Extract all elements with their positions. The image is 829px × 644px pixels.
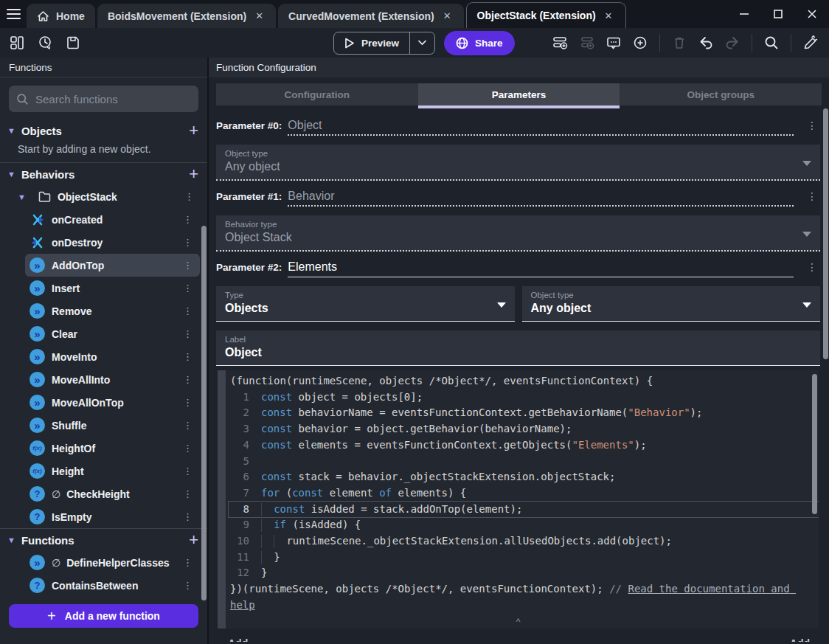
toggle-panels-button[interactable] — [6, 32, 28, 54]
sidebar-item-HeightOf[interactable]: f(x)HeightOf⋮ — [25, 437, 200, 460]
item-menu-icon[interactable]: ⋮ — [178, 374, 197, 385]
item-label: Insert — [52, 283, 80, 294]
sidebar-item-Height[interactable]: f(x)Height⋮ — [25, 460, 200, 482]
item-menu-icon[interactable]: ⋮ — [178, 260, 197, 271]
code-scrollbar[interactable] — [812, 374, 817, 514]
parameter-2-name-input[interactable]: Elements — [288, 260, 794, 277]
sidebar-item-Insert[interactable]: »Insert⋮ — [25, 277, 200, 300]
main-menu-button[interactable] — [0, 0, 27, 28]
item-menu-icon[interactable]: ⋮ — [178, 351, 197, 362]
preview-options-button[interactable] — [409, 32, 434, 54]
parameters-scrollbar[interactable] — [823, 108, 828, 359]
add-circle-button[interactable] — [629, 32, 651, 54]
tab-boidsmovement[interactable]: BoidsMovement (Extension) ✕ — [97, 4, 276, 28]
sidebar-item-AddOnTop[interactable]: »AddOnTop⋮ — [25, 254, 200, 277]
history-button[interactable] — [34, 32, 56, 54]
code-content[interactable]: (function(runtimeScene, objects /*Object… — [226, 370, 819, 629]
sidebar-item-MoveInto[interactable]: »MoveInto⋮ — [25, 345, 200, 368]
delete-button[interactable] — [668, 32, 690, 54]
item-menu-icon[interactable]: ⋮ — [178, 397, 197, 408]
minimize-button[interactable] — [727, 0, 761, 28]
sidebar-item-MoveAllOnTop[interactable]: »MoveAllOnTop⋮ — [25, 391, 200, 414]
item-menu-icon[interactable]: ⋮ — [180, 191, 198, 202]
sidebar-title: Functions — [0, 58, 207, 77]
item-menu-icon[interactable]: ⋮ — [178, 511, 197, 522]
code-line-2: 2const behaviorName = eventsFunctionCont… — [229, 405, 819, 421]
item-menu-icon[interactable]: ⋮ — [178, 580, 197, 591]
tab-curvedmovement[interactable]: CurvedMovement (Extension) ✕ — [278, 4, 464, 28]
objects-section-header[interactable]: ▼ Objects + — [0, 120, 207, 142]
parameter-menu-icon[interactable]: ⋮ — [804, 261, 820, 273]
sidebar-item-Shuffle[interactable]: »Shuffle⋮ — [25, 414, 200, 437]
parameter-0-name-input[interactable]: Object — [288, 119, 794, 136]
parameter-menu-icon[interactable]: ⋮ — [804, 190, 820, 202]
redo-button[interactable] — [721, 32, 743, 54]
sidebar-item-DefineHelperClasses[interactable]: »∅DefineHelperClasses⋮ — [25, 551, 200, 574]
item-menu-icon[interactable]: ⋮ — [178, 557, 197, 568]
preview-button[interactable]: Preview — [334, 32, 409, 54]
add-behavior-button[interactable]: + — [189, 166, 198, 182]
item-menu-icon[interactable]: ⋮ — [178, 283, 197, 294]
behavior-group-objectstack[interactable]: ▼ ObjectStack ⋮ — [0, 185, 207, 208]
item-menu-icon[interactable]: ⋮ — [178, 214, 197, 225]
tab-objectstack[interactable]: ObjectStack (Extension) ✕ — [466, 2, 626, 28]
javascript-code-editor[interactable]: (function(runtimeScene, objects /*Object… — [218, 370, 819, 629]
resize-handle[interactable]: ^ — [516, 617, 521, 627]
search-input[interactable] — [35, 93, 191, 105]
sidebar-item-onCreated[interactable]: onCreated⋮ — [25, 208, 200, 231]
tab-parameters[interactable]: Parameters — [418, 83, 620, 105]
item-menu-icon[interactable]: ⋮ — [178, 465, 197, 477]
save-button[interactable] — [62, 32, 84, 54]
preview-split-button[interactable]: Preview — [333, 32, 435, 55]
item-menu-icon[interactable]: ⋮ — [178, 305, 197, 316]
item-menu-icon[interactable]: ⋮ — [178, 488, 197, 499]
add-event-button[interactable] — [549, 32, 572, 54]
sidebar-item-ContainsBetween[interactable]: ?ContainsBetween⋮ — [25, 574, 200, 597]
parameter-2-label-input[interactable]: Label Object — [216, 330, 820, 366]
hamburger-icon — [7, 13, 21, 15]
sidebar-item-onDestroy[interactable]: onDestroy⋮ — [25, 231, 200, 254]
parameter-menu-icon[interactable]: ⋮ — [804, 120, 820, 131]
behaviors-section-header[interactable]: ▼ Behaviors + — [0, 163, 207, 185]
sidebar-item-IsEmpty[interactable]: ?IsEmpty⋮ — [25, 505, 200, 528]
sidebar-item-Clear[interactable]: »Clear⋮ — [25, 322, 200, 345]
parameter-2-type-select[interactable]: Type Objects — [216, 286, 515, 322]
search-box[interactable] — [9, 86, 198, 112]
close-tab-icon[interactable]: ✕ — [603, 9, 615, 23]
behavior-function-list: onCreated⋮onDestroy⋮»AddOnTop⋮»Insert⋮»R… — [0, 208, 207, 528]
free-function-list: »∅DefineHelperClasses⋮?ContainsBetween⋮ — [0, 551, 207, 597]
close-tab-icon[interactable]: ✕ — [253, 9, 266, 23]
sidebar-item-CheckHeight[interactable]: ?∅CheckHeight⋮ — [25, 482, 200, 505]
expression-gear-icon: f(x) — [30, 440, 45, 456]
item-menu-icon[interactable]: ⋮ — [178, 237, 197, 248]
parameter-1-behavior-type-select[interactable]: Behavior type Object Stack — [216, 215, 820, 252]
add-new-function-button[interactable]: + Add a new function — [9, 604, 198, 628]
item-menu-icon[interactable]: ⋮ — [178, 420, 197, 431]
item-menu-icon[interactable]: ⋮ — [178, 328, 197, 339]
close-tab-icon[interactable]: ✕ — [441, 9, 454, 23]
functions-section-header[interactable]: ▼ Functions + — [0, 529, 207, 551]
sidebar-scrollbar[interactable] — [201, 226, 207, 600]
close-button[interactable] — [795, 0, 829, 28]
item-menu-icon[interactable]: ⋮ — [178, 443, 197, 454]
undo-button[interactable] — [695, 32, 717, 54]
add-subevent-button[interactable] — [576, 32, 598, 54]
sidebar-item-Remove[interactable]: »Remove⋮ — [25, 300, 200, 322]
maximize-button[interactable] — [761, 0, 795, 28]
parameter-2-row: Parameter #2: Elements ⋮ — [216, 260, 820, 280]
tab-object-groups[interactable]: Object groups — [620, 83, 822, 105]
private-icon: ∅ — [52, 488, 60, 500]
add-comment-button[interactable] — [603, 32, 625, 54]
search-events-button[interactable] — [760, 32, 783, 54]
tab-home[interactable]: Home — [27, 4, 95, 28]
parameter-1-name-input[interactable]: Behavior — [288, 190, 794, 207]
share-button[interactable]: Share — [444, 31, 515, 55]
add-function-plus-button[interactable]: + — [189, 532, 198, 548]
parameter-0-object-type-select[interactable]: Object type Any object — [216, 145, 820, 181]
code-line-9: 9if (isAdded) { — [229, 517, 819, 533]
sidebar-item-MoveAllInto[interactable]: »MoveAllInto⋮ — [25, 368, 200, 391]
edit-settings-button[interactable] — [799, 32, 822, 54]
add-object-button[interactable]: + — [189, 122, 198, 139]
parameter-2-object-type-select[interactable]: Object type Any object — [522, 286, 821, 322]
tab-configuration[interactable]: Configuration — [216, 83, 418, 105]
